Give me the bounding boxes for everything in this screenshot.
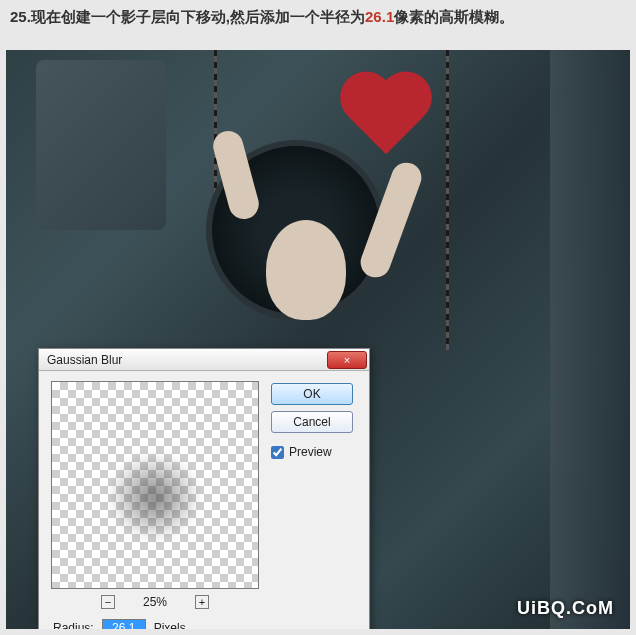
instruction-text: 25.现在创建一个影子层向下移动,然后添加一个半径为26.1像素的高斯模糊。 [0, 0, 636, 35]
preview-checkbox[interactable] [271, 446, 284, 459]
chain-decoration [446, 50, 449, 350]
zoom-in-button[interactable]: + [195, 595, 209, 609]
radius-row: Radius: Pixels [39, 615, 369, 629]
plus-icon: + [199, 597, 205, 608]
preview-checkbox-row[interactable]: Preview [271, 445, 353, 459]
instruction-prefix: 现在创建一个影子层向下移动,然后添加一个半径为 [31, 8, 365, 25]
step-number: 25. [10, 8, 31, 25]
controls-column: OK Cancel Preview [271, 381, 353, 609]
radius-unit: Pixels [154, 621, 186, 629]
figure-face [266, 220, 346, 320]
close-icon: × [344, 354, 350, 366]
radius-input[interactable] [102, 619, 146, 629]
minus-icon: − [105, 597, 111, 608]
dialog-title: Gaussian Blur [47, 353, 327, 367]
ok-button[interactable]: OK [271, 383, 353, 405]
canvas-preview: Gaussian Blur × − 25% + [6, 50, 630, 629]
zoom-level: 25% [143, 595, 167, 609]
instruction-suffix: 像素的高斯模糊。 [394, 8, 514, 25]
zoom-controls: − 25% + [101, 595, 209, 609]
stone-relief-left [36, 60, 166, 230]
preview-thumbnail[interactable] [51, 381, 259, 589]
preview-column: − 25% + [51, 381, 259, 609]
radius-label: Radius: [53, 621, 94, 629]
stone-pillar-right [550, 50, 630, 629]
heart-shape [336, 74, 436, 164]
cancel-button[interactable]: Cancel [271, 411, 353, 433]
zoom-out-button[interactable]: − [101, 595, 115, 609]
dialog-titlebar[interactable]: Gaussian Blur × [39, 349, 369, 371]
instruction-radius: 26.1 [365, 8, 394, 25]
preview-label: Preview [289, 445, 332, 459]
blur-preview-shape [107, 452, 202, 542]
watermark: UiBQ.CoM [517, 598, 614, 619]
close-button[interactable]: × [327, 351, 367, 369]
dialog-body: − 25% + OK Cancel Preview [39, 371, 369, 615]
gaussian-blur-dialog: Gaussian Blur × − 25% + [38, 348, 370, 629]
